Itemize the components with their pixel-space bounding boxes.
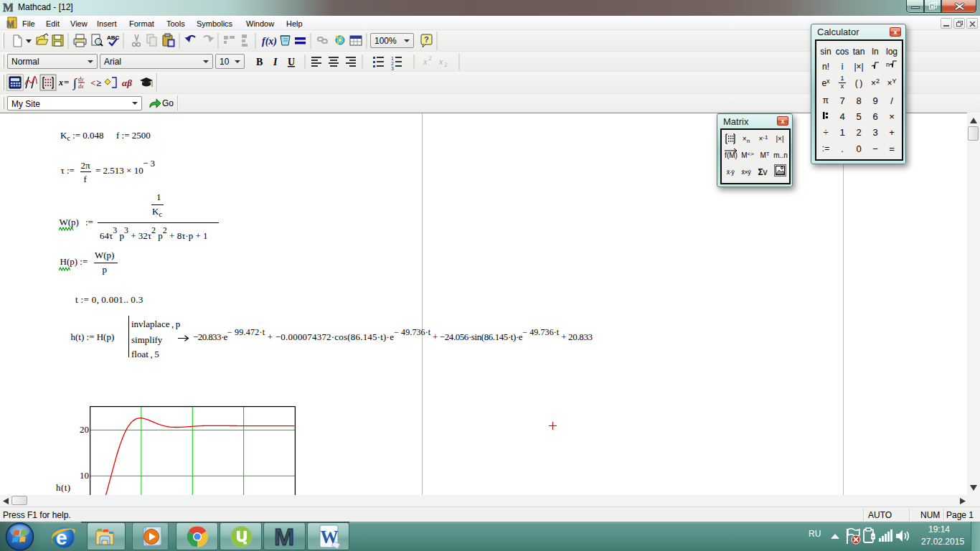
svg-text:3: 3 <box>391 66 394 71</box>
svg-text:1: 1 <box>391 56 394 61</box>
svg-text:f(x): f(x) <box>262 36 277 47</box>
svg-text:αβ: αβ <box>122 77 132 88</box>
svg-text:?: ? <box>424 35 429 44</box>
svg-text:2: 2 <box>428 55 432 62</box>
svg-text:x: x <box>58 77 63 88</box>
svg-text:dy: dy <box>78 76 84 83</box>
svg-text:dx: dx <box>78 83 84 90</box>
svg-text:M: M <box>274 524 294 549</box>
svg-text:x: x <box>423 57 428 67</box>
svg-text:≥: ≥ <box>96 77 101 88</box>
svg-text:∫: ∫ <box>72 76 77 90</box>
svg-text:U: U <box>288 57 295 67</box>
svg-text:=: = <box>64 77 69 88</box>
svg-text:2: 2 <box>444 61 448 68</box>
svg-text:ABC: ABC <box>107 34 120 41</box>
svg-text:M: M <box>6 19 14 29</box>
svg-text:2: 2 <box>391 61 394 66</box>
svg-text:x: x <box>438 57 443 67</box>
svg-text:B: B <box>256 57 263 67</box>
svg-text:I: I <box>273 57 278 67</box>
svg-text:M: M <box>3 2 13 13</box>
svg-text:<: < <box>90 77 95 88</box>
svg-text:W: W <box>321 527 339 547</box>
